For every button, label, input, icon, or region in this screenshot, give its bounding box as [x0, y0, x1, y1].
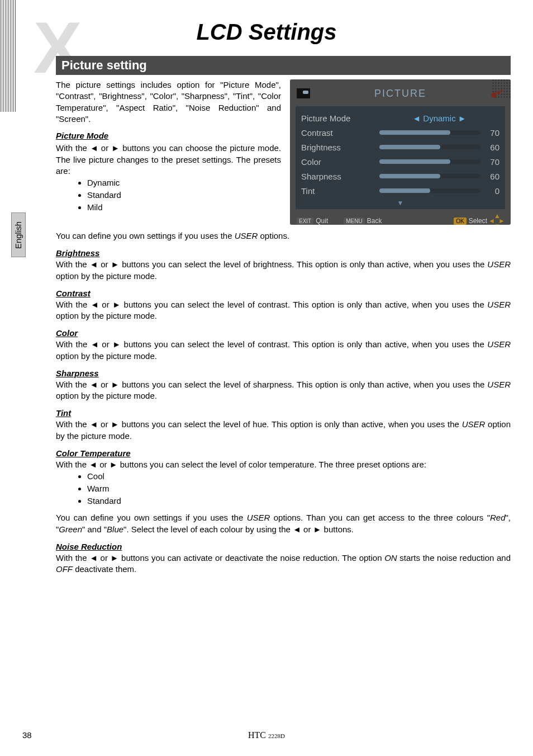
- content-area: Picture setting The picture settings inc…: [56, 56, 511, 582]
- osd-menu-label: Back: [367, 217, 382, 225]
- osd-dpad-icon: ▲▼◄►: [489, 214, 504, 225]
- osd-slider-fill: [379, 145, 440, 149]
- picture-mode-bullets: Dynamic Standard Mild: [87, 177, 281, 213]
- section-label: Brightness: [56, 248, 511, 258]
- picture-mode-label: Picture Mode: [56, 130, 281, 141]
- section-color-temperature: Color Temperature With the ◄ or ► button…: [56, 448, 511, 535]
- osd-source-icon: [297, 88, 310, 98]
- list-item: Mild: [87, 201, 281, 214]
- osd-title: PICTURE: [310, 88, 491, 100]
- intro-row: The picture settings includes option for…: [56, 79, 511, 225]
- osd-row-sharpness[interactable]: Sharpness 60: [301, 169, 499, 183]
- intro-paragraph: The picture settings includes option for…: [56, 79, 281, 125]
- svg-point-0: [491, 92, 497, 98]
- section-text: With the ◄ or ► buttons you can activate…: [56, 552, 511, 575]
- osd-row-contrast[interactable]: Contrast 70: [301, 125, 499, 140]
- osd-right-icon: [491, 88, 504, 98]
- osd-slider-fill: [379, 174, 440, 178]
- osd-row-number: 0: [485, 186, 499, 196]
- language-tab-label: English: [14, 221, 23, 248]
- section-label: Sharpness: [56, 368, 511, 378]
- section-text: With the ◄ or ► buttons you can select t…: [56, 459, 511, 470]
- osd-row-label: Contrast: [301, 128, 379, 138]
- osd-exit-label: Quit: [316, 217, 328, 225]
- osd-row-number: 70: [485, 128, 499, 138]
- osd-row-label: Picture Mode: [301, 114, 379, 123]
- osd-footer: EXIT Quit MENU Back OK Select ▲▼◄►: [290, 209, 511, 225]
- section-label: Color Temperature: [56, 448, 511, 458]
- osd-row-tint[interactable]: Tint 0: [301, 183, 499, 198]
- section-label: Tint: [56, 408, 511, 418]
- section-contrast: Contrast With the ◄ or ► buttons you can…: [56, 289, 511, 322]
- section-heading: Picture setting: [56, 56, 511, 75]
- section-brightness: Brightness With the ◄ or ► buttons you c…: [56, 248, 511, 282]
- osd-slider[interactable]: [379, 174, 480, 178]
- page-number: 38: [0, 730, 56, 740]
- osd-body: Picture Mode ◄ Dynamic ► Contrast 70 Bri…: [296, 106, 505, 209]
- section-noise-reduction: Noise Reduction With the ◄ or ► buttons …: [56, 542, 511, 575]
- osd-menu-button[interactable]: MENU: [344, 218, 364, 225]
- page-footer: 38 HTC 2228D: [0, 730, 533, 740]
- section-text: With the ◄ or ► buttons you can select t…: [56, 259, 511, 282]
- picture-mode-text: With the ◄ or ► buttons you can choose t…: [56, 143, 281, 177]
- osd-exit-button[interactable]: EXIT: [297, 218, 313, 225]
- section-text: With the ◄ or ► buttons you can select t…: [56, 419, 511, 442]
- section-text: With the ◄ or ► buttons you can select t…: [56, 299, 511, 322]
- osd-slider[interactable]: [379, 188, 480, 193]
- osd-row-label: Brightness: [301, 143, 379, 152]
- osd-row-number: 70: [485, 157, 499, 167]
- svg-point-1: [497, 91, 500, 94]
- model-number: HTC 2228D: [56, 730, 477, 740]
- osd-slider-fill: [379, 130, 450, 135]
- color-temp-after: You can define you own settings if you u…: [56, 512, 511, 535]
- osd-row-number: 60: [485, 172, 499, 181]
- section-tint: Tint With the ◄ or ► buttons you can sel…: [56, 408, 511, 442]
- section-label: Noise Reduction: [56, 542, 511, 551]
- list-item: Warm: [87, 483, 511, 495]
- osd-row-value: ◄ Dynamic ►: [379, 114, 499, 123]
- page-title: LCD Settings: [0, 20, 533, 45]
- intro-column: The picture settings includes option for…: [56, 79, 281, 213]
- section-sharpness: Sharpness With the ◄ or ► buttons you ca…: [56, 368, 511, 402]
- osd-slider-fill: [379, 159, 450, 164]
- section-color: Color With the ◄ or ► buttons you can se…: [56, 328, 511, 362]
- section-text: With the ◄ or ► buttons you can select t…: [56, 379, 511, 402]
- osd-panel: PICTURE Picture Mode ◄ Dynamic ► Contras…: [290, 79, 511, 225]
- osd-ok-button[interactable]: OK: [454, 218, 466, 225]
- osd-slider[interactable]: [379, 159, 480, 164]
- after-bullets-text: You can define you own settings if you u…: [56, 230, 511, 242]
- osd-slider[interactable]: [379, 130, 480, 135]
- section-label: Color: [56, 328, 511, 338]
- list-item: Dynamic: [87, 177, 281, 189]
- osd-row-picture-mode[interactable]: Picture Mode ◄ Dynamic ►: [301, 111, 499, 125]
- osd-row-brightness[interactable]: Brightness 60: [301, 140, 499, 154]
- osd-ok-label: Select: [469, 217, 487, 225]
- list-item: Standard: [87, 495, 511, 507]
- sections: Brightness With the ◄ or ► buttons you c…: [56, 248, 511, 575]
- list-item: Cool: [87, 470, 511, 483]
- osd-slider[interactable]: [379, 145, 480, 149]
- language-tab: English: [11, 212, 26, 257]
- color-temp-bullets: Cool Warm Standard: [87, 470, 511, 507]
- list-item: Standard: [87, 189, 281, 201]
- osd-row-label: Tint: [301, 186, 379, 196]
- osd-row-color[interactable]: Color 70: [301, 154, 499, 169]
- osd-row-label: Color: [301, 157, 379, 167]
- osd-row-label: Sharpness: [301, 172, 379, 181]
- svg-point-2: [501, 89, 503, 92]
- section-text: With the ◄ or ► buttons you can select t…: [56, 339, 511, 362]
- osd-slider-fill: [379, 188, 430, 193]
- section-label: Contrast: [56, 289, 511, 298]
- osd-scroll-down-icon: ▼: [301, 198, 499, 207]
- left-decorative-stripes: [0, 0, 16, 112]
- osd-row-number: 60: [485, 143, 499, 152]
- osd-header: PICTURE: [290, 79, 511, 104]
